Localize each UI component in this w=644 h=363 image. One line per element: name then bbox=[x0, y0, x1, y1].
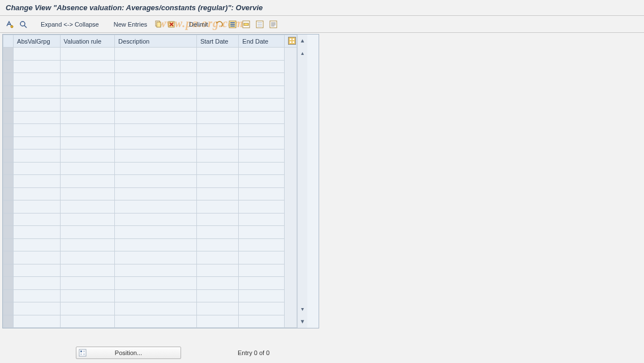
cell-end-date[interactable] bbox=[239, 86, 284, 99]
cell-absvalgrpg[interactable] bbox=[14, 60, 60, 73]
cell-description[interactable] bbox=[115, 264, 197, 277]
cell-valuation-rule[interactable] bbox=[60, 277, 115, 290]
table-row[interactable] bbox=[3, 251, 297, 264]
cell-start-date[interactable] bbox=[196, 187, 238, 200]
row-selector[interactable] bbox=[3, 86, 14, 99]
row-selector[interactable] bbox=[3, 238, 14, 251]
table-row[interactable] bbox=[3, 48, 297, 61]
position-button[interactable]: Position... bbox=[76, 347, 181, 359]
cell-start-date[interactable] bbox=[196, 315, 238, 328]
table-row[interactable] bbox=[3, 99, 297, 112]
col-description[interactable]: Description bbox=[115, 35, 197, 48]
cell-valuation-rule[interactable] bbox=[60, 124, 115, 137]
cell-end-date[interactable] bbox=[239, 111, 284, 124]
cell-absvalgrpg[interactable] bbox=[14, 175, 60, 188]
cell-description[interactable] bbox=[115, 124, 197, 137]
cell-start-date[interactable] bbox=[196, 111, 238, 124]
cell-absvalgrpg[interactable] bbox=[14, 48, 60, 61]
cell-absvalgrpg[interactable] bbox=[14, 238, 60, 251]
print-icon[interactable] bbox=[268, 19, 278, 29]
table-row[interactable] bbox=[3, 289, 297, 302]
row-selector[interactable] bbox=[3, 136, 14, 150]
cell-valuation-rule[interactable] bbox=[60, 187, 115, 200]
row-selector[interactable] bbox=[3, 289, 14, 302]
cell-description[interactable] bbox=[115, 238, 197, 251]
row-selector[interactable] bbox=[3, 162, 14, 175]
select-all-icon[interactable] bbox=[227, 19, 238, 29]
cell-valuation-rule[interactable] bbox=[60, 86, 115, 99]
table-row[interactable] bbox=[3, 124, 297, 137]
cell-description[interactable] bbox=[115, 187, 197, 200]
cell-valuation-rule[interactable] bbox=[60, 289, 115, 302]
cell-start-date[interactable] bbox=[196, 238, 238, 251]
scroll-up-step-button[interactable]: ▴ bbox=[299, 49, 307, 57]
cell-description[interactable] bbox=[115, 213, 197, 226]
expand-collapse-button[interactable]: Expand <-> Collapse bbox=[38, 20, 101, 29]
cell-end-date[interactable] bbox=[239, 238, 284, 251]
cell-absvalgrpg[interactable] bbox=[14, 277, 60, 290]
cell-description[interactable] bbox=[115, 226, 197, 239]
cell-start-date[interactable] bbox=[196, 48, 238, 61]
table-row[interactable] bbox=[3, 187, 297, 200]
table-row[interactable] bbox=[3, 302, 297, 315]
table-row[interactable] bbox=[3, 238, 297, 251]
cell-description[interactable] bbox=[115, 73, 197, 86]
cell-absvalgrpg[interactable] bbox=[14, 86, 60, 99]
cell-end-date[interactable] bbox=[239, 302, 284, 315]
cell-absvalgrpg[interactable] bbox=[14, 213, 60, 226]
undo-change-icon[interactable] bbox=[214, 19, 224, 29]
table-row[interactable] bbox=[3, 264, 297, 277]
row-selector[interactable] bbox=[3, 175, 14, 188]
configure-columns-button[interactable] bbox=[284, 35, 297, 48]
row-selector[interactable] bbox=[3, 111, 14, 124]
cell-start-date[interactable] bbox=[196, 124, 238, 137]
cell-description[interactable] bbox=[115, 111, 197, 124]
cell-absvalgrpg[interactable] bbox=[14, 187, 60, 200]
delete-icon[interactable] bbox=[166, 19, 177, 29]
cell-description[interactable] bbox=[115, 150, 197, 163]
cell-valuation-rule[interactable] bbox=[60, 264, 115, 277]
cell-start-date[interactable] bbox=[196, 251, 238, 264]
scroll-down-button[interactable]: ▼ bbox=[299, 318, 307, 326]
col-valuation-rule[interactable]: Valuation rule bbox=[60, 35, 115, 48]
col-end-date[interactable]: End Date bbox=[239, 35, 284, 48]
cell-start-date[interactable] bbox=[196, 162, 238, 175]
table-row[interactable] bbox=[3, 200, 297, 213]
row-selector[interactable] bbox=[3, 226, 14, 239]
cell-valuation-rule[interactable] bbox=[60, 73, 115, 86]
cell-end-date[interactable] bbox=[239, 175, 284, 188]
cell-description[interactable] bbox=[115, 60, 197, 73]
cell-valuation-rule[interactable] bbox=[60, 315, 115, 328]
row-selector[interactable] bbox=[3, 315, 14, 328]
cell-valuation-rule[interactable] bbox=[60, 48, 115, 61]
cell-start-date[interactable] bbox=[196, 200, 238, 213]
cell-start-date[interactable] bbox=[196, 60, 238, 73]
cell-description[interactable] bbox=[115, 99, 197, 112]
cell-start-date[interactable] bbox=[196, 86, 238, 99]
row-selector-header[interactable] bbox=[3, 35, 14, 48]
cell-description[interactable] bbox=[115, 162, 197, 175]
select-block-icon[interactable] bbox=[241, 19, 251, 29]
row-selector[interactable] bbox=[3, 60, 14, 73]
cell-valuation-rule[interactable] bbox=[60, 60, 115, 73]
table-row[interactable] bbox=[3, 60, 297, 73]
table-row[interactable] bbox=[3, 213, 297, 226]
cell-start-date[interactable] bbox=[196, 264, 238, 277]
table-row[interactable] bbox=[3, 277, 297, 290]
table-row[interactable] bbox=[3, 86, 297, 99]
copy-as-icon[interactable] bbox=[153, 19, 163, 29]
cell-description[interactable] bbox=[115, 289, 197, 302]
row-selector[interactable] bbox=[3, 277, 14, 290]
cell-end-date[interactable] bbox=[239, 60, 284, 73]
cell-start-date[interactable] bbox=[196, 175, 238, 188]
new-entries-button[interactable]: New Entries bbox=[111, 20, 149, 29]
row-selector[interactable] bbox=[3, 302, 14, 315]
cell-valuation-rule[interactable] bbox=[60, 99, 115, 112]
cell-valuation-rule[interactable] bbox=[60, 175, 115, 188]
cell-absvalgrpg[interactable] bbox=[14, 200, 60, 213]
cell-end-date[interactable] bbox=[239, 277, 284, 290]
cell-start-date[interactable] bbox=[196, 99, 238, 112]
cell-description[interactable] bbox=[115, 200, 197, 213]
table-row[interactable] bbox=[3, 175, 297, 188]
deselect-all-icon[interactable] bbox=[255, 19, 265, 29]
